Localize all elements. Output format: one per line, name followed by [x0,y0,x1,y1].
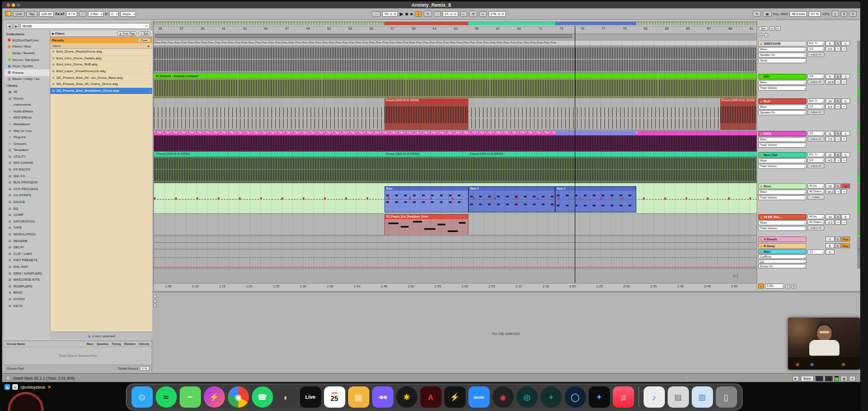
send-a-field[interactable]: -∞ [835,79,841,84]
device-chooser[interactable]: Mixer [758,47,806,52]
library-item[interactable]: ⊞ CH STRIPS [4,192,50,199]
library-item[interactable]: ∿ Grooves [4,140,50,147]
volume-field[interactable]: 0.0 [825,46,834,51]
input-type-chooser[interactable]: 0/6 [808,74,824,79]
collection-item[interactable]: Presets [4,69,50,76]
device-chooser[interactable]: Mixer [758,190,806,195]
library-item[interactable]: ⊞ SAUCE [4,199,50,205]
minimize-window-button[interactable] [12,3,15,7]
library-item[interactable]: ⊞ COMP [4,211,50,218]
zoom-in-icon[interactable]: + [758,33,763,37]
device-chooser[interactable]: Mixer [758,137,806,142]
arm-crossfade-button[interactable]: C [841,41,850,46]
track-name-row[interactable]: ◉ DRY [758,74,806,79]
automation-line[interactable] [154,257,757,258]
solo-button[interactable]: S [835,214,841,219]
control-chooser[interactable]: Speaker On [758,110,806,115]
dock-shortcut-icon[interactable]: ▤ [668,386,689,408]
computer-midi-keyboard-button[interactable]: ▦ [763,11,772,17]
collection-item[interactable]: Drums / Samplers [4,56,50,63]
monitor-buttons[interactable]: In Auto Off [808,136,824,141]
dock-app-icon[interactable]: ≈ [156,386,177,408]
hotswap-arrow-icon[interactable]: › [149,69,151,73]
track-fold-icon[interactable]: ◉ [760,238,762,241]
zoom-back-button[interactable]: + [758,284,764,289]
midi-clip-drone[interactable]: SD_Presets_Ezel_Breakdown_Drone [384,214,468,235]
browser-file-row[interactable]: ⊞ SD_Presets_Ezel_Breakdown_Drone.adg › [50,88,152,95]
global-amount-field[interactable]: 6 % [140,366,149,371]
arrangement-position-field[interactable]: 76. 1. 3 [382,11,398,17]
track-fold-icon[interactable]: ◉ [760,185,762,188]
device-chooser[interactable]: Mixer [758,80,806,85]
arrangement-area[interactable]: 3537394143454749515355575961636567697173… [153,21,757,290]
track-name-row[interactable]: ◉ Bass [758,183,806,189]
sort-icon[interactable]: ▲ [147,44,150,48]
solo-button[interactable]: S [835,152,841,157]
filters-toggle[interactable]: ▶ Filters [52,32,64,35]
zoom-width-button[interactable]: W [791,284,796,289]
input-channel-chooser[interactable]: 1/2 [808,104,824,109]
link-button[interactable]: Link [13,11,25,17]
track-name-row[interactable]: ◉ SIDECHAIN [758,41,806,46]
track-activator[interactable]: A [825,237,834,242]
zoom-window-button[interactable] [17,3,20,7]
key-map-button[interactable]: Key [773,12,779,16]
control-chooser[interactable]: Track Volume [758,164,806,169]
scale-icon[interactable]: ⌸ [105,12,107,16]
monitor-buttons[interactable]: In Auto Off [808,225,824,230]
dock-app-icon[interactable]: zoom [468,386,490,408]
device-chooser[interactable]: Mixer [758,105,806,110]
groove-drop-area[interactable]: Drop Clips or Grooves Here [4,347,152,364]
search-input[interactable]: drone ✕ [20,23,150,29]
arrangement-overview[interactable] [154,21,757,26]
library-item[interactable]: ≈ Audio Effects [4,108,50,115]
monitor-buttons[interactable]: In Auto Off [808,110,824,115]
dock-app-icon[interactable]: ◯ [565,386,586,408]
library-item[interactable]: ⊞ MODULATION [4,231,50,238]
track-lane-kick[interactable]: (Freeze) [2025-03-31 101118] (Freeze) [2… [154,98,757,130]
track-activator[interactable]: 14 [825,214,834,219]
auto-tags-button[interactable]: ◉Auto Tags [117,31,138,36]
control-chooser[interactable]: Speaker On [758,53,806,58]
window-titlebar[interactable]: Anxiety_Remix_8 [2,2,860,8]
extra-chooser[interactable]: Setup [758,58,806,63]
track-activator[interactable]: 8 [825,41,834,46]
track-header[interactable]: ◉ SIDECHAIN Mixer Speaker On Setup Ext. … [758,41,860,73]
library-item[interactable]: ⊞ SATURATION [4,218,50,225]
frozen-clip[interactable]: (Freeze) [2025-03-31 101118] [384,98,468,130]
preview-play-icon[interactable]: ▶ [792,376,799,381]
library-item[interactable]: ⊞ FX RACKS [4,166,50,173]
dock-app-icon[interactable]: ♫ [613,386,634,408]
send-b-field[interactable]: -∞ [841,79,847,84]
loop-start-field[interactable]: 17. 1. 1 [443,11,458,17]
track-lane-sd-presets[interactable]: SD_Presets_Ezel_Breakdown_Drone [154,214,757,235]
library-item[interactable]: ⊞ M4L FX [4,173,50,179]
monitor-buttons[interactable]: In Auto Off [808,163,824,168]
zoom-height-button[interactable]: H [785,284,790,289]
overdub-button[interactable]: + [415,11,423,17]
loop-length-field[interactable]: 176. 0. 0 [489,11,506,17]
send-a-field[interactable]: -∞ [835,136,841,141]
solo-button[interactable]: S [835,98,841,103]
zoom-level-menu[interactable]: 5.00x [765,284,784,289]
input-type-chooser[interactable]: All Ins [808,183,824,188]
control-chooser[interactable]: 1/2 [758,259,806,264]
control-chooser[interactable]: Track Volume [758,86,806,91]
browser-file-row[interactable]: ⊞ Ezel_Drone_ReptileDrone.adg › [50,49,152,55]
input-channel-chooser[interactable]: All Chann [808,189,824,194]
arm-crossfade-button[interactable]: 0 [841,214,850,219]
dock-app-icon[interactable]: Live [300,386,321,408]
track-fold-icon[interactable]: ◉ [760,153,762,157]
send-b-field[interactable]: -∞ [841,104,847,109]
library-item[interactable]: ⊞ KEYS [4,303,50,309]
volume-field[interactable]: 7.5 [825,136,834,141]
clip-tab-icon[interactable] [153,295,157,298]
grid-toggle-icon[interactable]: ▦ [841,376,847,381]
loop-button[interactable]: ⟲ [469,11,477,17]
volume-field[interactable]: -19.9 [825,79,834,84]
next-locator-icon[interactable]: ▸ [776,26,781,31]
track-name-row[interactable]: ◉ Bass Sub [758,152,806,158]
scale-name-menu[interactable]: Major [120,11,136,17]
dock-app-icon[interactable]: ✱ [396,386,417,408]
clear-results-button[interactable]: Clear [138,38,151,42]
